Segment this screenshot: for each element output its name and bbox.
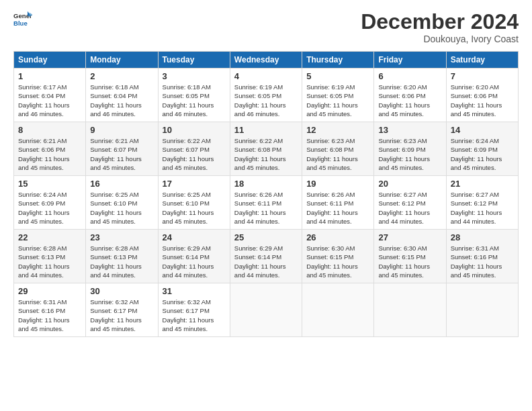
daylight-label: Daylight: 11 hours and 45 minutes.: [451, 101, 502, 118]
sunset-label: Sunset: 6:12 PM: [378, 199, 425, 207]
day-number: 16: [90, 179, 153, 189]
col-thursday: Thursday: [302, 52, 374, 68]
day-info: Sunrise: 6:20 AM Sunset: 6:06 PM Dayligh…: [378, 83, 441, 118]
day-number: 6: [378, 71, 441, 81]
daylight-label: Daylight: 11 hours and 45 minutes.: [378, 263, 430, 279]
sunset-label: Sunset: 6:16 PM: [451, 253, 498, 261]
calendar-cell: 8 Sunrise: 6:21 AM Sunset: 6:06 PM Dayli…: [14, 122, 86, 176]
sunset-label: Sunset: 6:12 PM: [451, 199, 498, 207]
daylight-label: Daylight: 11 hours and 45 minutes.: [306, 155, 358, 171]
day-number: 11: [234, 125, 298, 135]
day-number: 23: [90, 232, 153, 242]
day-number: 26: [306, 232, 369, 242]
day-number: 28: [451, 232, 514, 242]
day-info: Sunrise: 6:22 AM Sunset: 6:07 PM Dayligh…: [163, 136, 226, 172]
daylight-label: Daylight: 11 hours and 44 minutes.: [90, 263, 142, 279]
sunrise-label: Sunrise: 6:30 AM: [306, 244, 355, 252]
sunrise-label: Sunrise: 6:20 AM: [378, 83, 427, 91]
calendar-cell: 23 Sunrise: 6:28 AM Sunset: 6:13 PM Dayl…: [86, 230, 158, 283]
week-row-2: 8 Sunrise: 6:21 AM Sunset: 6:06 PM Dayli…: [14, 122, 519, 176]
week-row-5: 29 Sunrise: 6:31 AM Sunset: 6:16 PM Dayl…: [14, 283, 519, 337]
month-title: December 2024: [361, 10, 519, 34]
day-info: Sunrise: 6:28 AM Sunset: 6:13 PM Dayligh…: [18, 244, 81, 279]
daylight-label: Daylight: 11 hours and 45 minutes.: [451, 263, 502, 279]
sunset-label: Sunset: 6:17 PM: [90, 307, 137, 314]
day-number: 2: [90, 71, 153, 81]
sunset-label: Sunset: 6:16 PM: [18, 307, 65, 314]
sunrise-label: Sunrise: 6:28 AM: [18, 244, 66, 252]
sunrise-label: Sunrise: 6:21 AM: [18, 137, 66, 144]
day-number: 18: [234, 179, 298, 189]
sunset-label: Sunset: 6:05 PM: [306, 92, 353, 99]
sunrise-label: Sunrise: 6:28 AM: [90, 244, 138, 252]
sunrise-label: Sunrise: 6:25 AM: [90, 191, 138, 198]
calendar-cell: [302, 283, 374, 337]
calendar-cell: 18 Sunrise: 6:26 AM Sunset: 6:11 PM Dayl…: [230, 176, 302, 230]
day-info: Sunrise: 6:26 AM Sunset: 6:11 PM Dayligh…: [306, 190, 369, 226]
daylight-label: Daylight: 11 hours and 44 minutes.: [234, 263, 286, 279]
sunset-label: Sunset: 6:13 PM: [18, 253, 65, 261]
sunset-label: Sunset: 6:15 PM: [378, 253, 425, 261]
sunrise-label: Sunrise: 6:31 AM: [451, 244, 499, 252]
sunset-label: Sunset: 6:13 PM: [90, 253, 137, 261]
calendar-cell: 2 Sunrise: 6:18 AM Sunset: 6:04 PM Dayli…: [86, 68, 158, 122]
sunset-label: Sunset: 6:05 PM: [163, 92, 210, 99]
sunset-label: Sunset: 6:10 PM: [163, 199, 210, 207]
day-info: Sunrise: 6:28 AM Sunset: 6:13 PM Dayligh…: [90, 244, 153, 279]
day-info: Sunrise: 6:30 AM Sunset: 6:15 PM Dayligh…: [306, 244, 369, 279]
daylight-label: Daylight: 11 hours and 45 minutes.: [18, 209, 70, 225]
col-monday: Monday: [86, 52, 158, 68]
sunrise-label: Sunrise: 6:25 AM: [163, 191, 211, 198]
day-number: 27: [378, 232, 441, 242]
sunset-label: Sunset: 6:05 PM: [234, 92, 281, 99]
daylight-label: Daylight: 11 hours and 45 minutes.: [18, 316, 70, 332]
calendar-cell: [446, 283, 518, 337]
sunrise-label: Sunrise: 6:21 AM: [90, 137, 138, 144]
sunset-label: Sunset: 6:11 PM: [306, 199, 353, 207]
sunrise-label: Sunrise: 6:18 AM: [90, 83, 138, 91]
calendar-cell: 19 Sunrise: 6:26 AM Sunset: 6:11 PM Dayl…: [302, 176, 374, 230]
daylight-label: Daylight: 11 hours and 45 minutes.: [306, 101, 358, 118]
day-info: Sunrise: 6:32 AM Sunset: 6:17 PM Dayligh…: [90, 298, 153, 333]
day-info: Sunrise: 6:18 AM Sunset: 6:04 PM Dayligh…: [90, 83, 153, 118]
sunrise-label: Sunrise: 6:29 AM: [234, 244, 283, 252]
day-number: 20: [378, 179, 441, 189]
calendar-cell: 14 Sunrise: 6:24 AM Sunset: 6:09 PM Dayl…: [446, 122, 518, 176]
daylight-label: Daylight: 11 hours and 45 minutes.: [90, 316, 142, 332]
col-friday: Friday: [374, 52, 446, 68]
daylight-label: Daylight: 11 hours and 44 minutes.: [378, 209, 430, 225]
day-info: Sunrise: 6:21 AM Sunset: 6:06 PM Dayligh…: [18, 136, 81, 172]
calendar-cell: 26 Sunrise: 6:30 AM Sunset: 6:15 PM Dayl…: [302, 230, 374, 283]
calendar-cell: 6 Sunrise: 6:20 AM Sunset: 6:06 PM Dayli…: [374, 68, 446, 122]
sunset-label: Sunset: 6:14 PM: [163, 253, 210, 261]
day-info: Sunrise: 6:17 AM Sunset: 6:04 PM Dayligh…: [18, 83, 81, 118]
calendar-cell: 12 Sunrise: 6:23 AM Sunset: 6:08 PM Dayl…: [302, 122, 374, 176]
daylight-label: Daylight: 11 hours and 46 minutes.: [90, 101, 142, 118]
day-info: Sunrise: 6:27 AM Sunset: 6:12 PM Dayligh…: [378, 190, 441, 226]
calendar-cell: 9 Sunrise: 6:21 AM Sunset: 6:07 PM Dayli…: [86, 122, 158, 176]
calendar-cell: 10 Sunrise: 6:22 AM Sunset: 6:07 PM Dayl…: [158, 122, 230, 176]
col-tuesday: Tuesday: [158, 52, 230, 68]
calendar-cell: 21 Sunrise: 6:27 AM Sunset: 6:12 PM Dayl…: [446, 176, 518, 230]
day-info: Sunrise: 6:24 AM Sunset: 6:09 PM Dayligh…: [18, 190, 81, 226]
sunset-label: Sunset: 6:06 PM: [18, 146, 65, 153]
day-number: 3: [163, 71, 226, 81]
sunset-label: Sunset: 6:14 PM: [234, 253, 281, 261]
sunset-label: Sunset: 6:08 PM: [306, 146, 353, 153]
calendar-cell: 16 Sunrise: 6:25 AM Sunset: 6:10 PM Dayl…: [86, 176, 158, 230]
daylight-label: Daylight: 11 hours and 46 minutes.: [234, 101, 286, 118]
day-info: Sunrise: 6:25 AM Sunset: 6:10 PM Dayligh…: [90, 190, 153, 226]
day-info: Sunrise: 6:19 AM Sunset: 6:05 PM Dayligh…: [306, 83, 369, 118]
calendar-cell: 31 Sunrise: 6:32 AM Sunset: 6:17 PM Dayl…: [158, 283, 230, 337]
day-info: Sunrise: 6:24 AM Sunset: 6:09 PM Dayligh…: [451, 136, 514, 172]
sunrise-label: Sunrise: 6:19 AM: [306, 83, 355, 91]
calendar-cell: 30 Sunrise: 6:32 AM Sunset: 6:17 PM Dayl…: [86, 283, 158, 337]
sunset-label: Sunset: 6:15 PM: [306, 253, 353, 261]
title-section: December 2024 Doukouya, Ivory Coast: [361, 10, 519, 44]
sunrise-label: Sunrise: 6:27 AM: [451, 191, 499, 198]
sunrise-label: Sunrise: 6:24 AM: [18, 191, 66, 198]
calendar-cell: 3 Sunrise: 6:18 AM Sunset: 6:05 PM Dayli…: [158, 68, 230, 122]
day-number: 7: [451, 71, 514, 81]
sunset-label: Sunset: 6:07 PM: [90, 146, 137, 153]
sunset-label: Sunset: 6:07 PM: [163, 146, 210, 153]
